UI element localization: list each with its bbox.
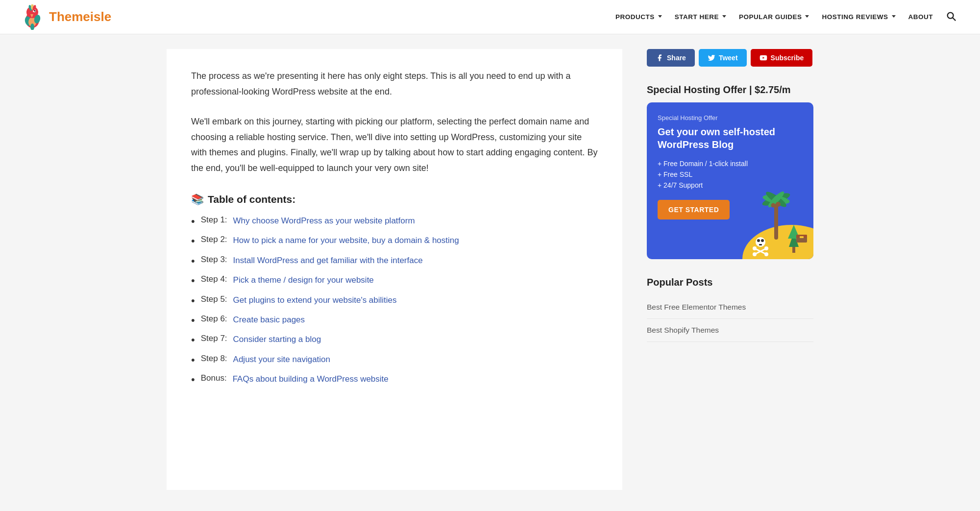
site-logo[interactable]: Themeisle (20, 4, 111, 30)
toc-item-6: Step 7: Consider starting a blog (191, 334, 598, 346)
toc-item-8: Bonus: FAQs about building a WordPress w… (191, 373, 598, 386)
hosting-reviews-chevron-icon (892, 15, 896, 18)
svg-line-13 (953, 18, 956, 21)
toc-item-3: Step 4: Pick a theme / design for your w… (191, 274, 598, 287)
twitter-icon (708, 54, 715, 62)
svg-rect-29 (759, 244, 762, 245)
search-icon (946, 11, 956, 22)
youtube-icon (760, 54, 767, 62)
svg-point-35 (764, 252, 768, 256)
nav-link-hosting-reviews[interactable]: HOSTING REVIEWS (817, 9, 900, 24)
facebook-share-button[interactable]: Share (647, 49, 695, 67)
products-chevron-icon (658, 15, 662, 18)
intro-paragraph-1: The process as we're presenting it here … (191, 69, 598, 99)
toc-item-2: Step 3: Install WordPress and get famili… (191, 255, 598, 268)
popular-posts-title: Popular Posts (647, 277, 813, 288)
logo-parrot-icon (20, 4, 45, 30)
toc-item-prefix: Step 3: (201, 255, 227, 265)
nav-item-about[interactable]: ABOUT (904, 9, 938, 24)
hosting-card-heading: Get your own self-hosted WordPress Blog (658, 125, 803, 151)
navbar: Themeisle PRODUCTS START HERE POPULAR GU… (0, 0, 980, 34)
nav-link-about[interactable]: ABOUT (904, 9, 938, 24)
toc-item-link-6[interactable]: Consider starting a blog (233, 334, 321, 345)
popular-post-item-1: Best Shopify Themes (647, 319, 813, 342)
toc-item-prefix: Step 5: (201, 294, 227, 304)
hosting-card-label: Special Hosting Offer (658, 114, 803, 122)
nav-link-popular-guides[interactable]: POPULAR GUIDES (734, 9, 814, 24)
popular-post-link-0[interactable]: Best Free Elementor Themes (647, 303, 746, 311)
svg-point-27 (757, 239, 760, 242)
toc-heading: 📚 Table of contents: (191, 194, 598, 205)
youtube-subscribe-button[interactable]: Subscribe (751, 49, 813, 67)
svg-point-33 (764, 246, 768, 250)
toc-list: Step 1: Why choose WordPress as your web… (191, 215, 598, 387)
toc-item-4: Step 5: Get plugins to extend your websi… (191, 294, 598, 307)
toc-item-prefix: Step 6: (201, 314, 227, 324)
svg-point-12 (948, 13, 954, 19)
nav-item-hosting-reviews[interactable]: HOSTING REVIEWS (817, 9, 900, 24)
popular-posts-list: Best Free Elementor ThemesBest Shopify T… (647, 296, 813, 342)
popular-guides-chevron-icon (805, 15, 809, 18)
toc-item-prefix: Step 7: (201, 334, 227, 343)
toc-item-1: Step 2: How to pick a name for your webs… (191, 235, 598, 247)
svg-rect-25 (792, 247, 795, 253)
search-button[interactable] (942, 7, 960, 27)
svg-point-32 (753, 246, 757, 250)
toc-item-prefix: Step 8: (201, 354, 227, 364)
toc-item-link-3[interactable]: Pick a theme / design for your website (233, 274, 374, 286)
toc-item-prefix: Bonus: (201, 373, 227, 383)
beach-illustration (720, 161, 813, 259)
svg-rect-38 (800, 236, 804, 238)
hosting-cta-button[interactable]: GET STARTED (658, 200, 730, 219)
toc-item-link-1[interactable]: How to pick a name for your website, buy… (233, 235, 459, 246)
toc-item-link-2[interactable]: Install WordPress and get familiar with … (233, 255, 423, 267)
toc-item-link-7[interactable]: Adjust your site navigation (233, 354, 330, 365)
page-wrapper: The process as we're presenting it here … (147, 34, 833, 505)
hosting-offer-title: Special Hosting Offer | $2.75/m (647, 84, 813, 96)
toc-item-prefix: Step 2: (201, 235, 227, 244)
hosting-offer-card: Special Hosting Offer Get your own self-… (647, 102, 813, 259)
share-buttons-group: Share Tweet Subscribe (647, 49, 813, 67)
nav-link-products[interactable]: PRODUCTS (611, 9, 667, 24)
sidebar: Share Tweet Subscribe Special Hosting Of… (647, 49, 813, 490)
twitter-share-button[interactable]: Tweet (699, 49, 747, 67)
toc-item-link-5[interactable]: Create basic pages (233, 314, 305, 326)
nav-item-start-here[interactable]: START HERE (670, 9, 731, 24)
svg-point-34 (753, 252, 757, 256)
toc-item-link-0[interactable]: Why choose WordPress as your website pla… (233, 215, 415, 227)
nav-menu: PRODUCTS START HERE POPULAR GUIDES HOSTI… (611, 9, 938, 24)
toc-item-prefix: Step 4: (201, 274, 227, 284)
start-here-chevron-icon (722, 15, 726, 18)
toc-item-7: Step 8: Adjust your site navigation (191, 354, 598, 366)
svg-point-28 (761, 239, 764, 242)
svg-point-22 (771, 203, 776, 208)
popular-post-link-1[interactable]: Best Shopify Themes (647, 326, 719, 334)
logo-text: Themeisle (49, 9, 111, 24)
toc-item-prefix: Step 1: (201, 215, 227, 225)
facebook-icon (656, 54, 663, 62)
nav-item-popular-guides[interactable]: POPULAR GUIDES (734, 9, 814, 24)
toc-item-0: Step 1: Why choose WordPress as your web… (191, 215, 598, 228)
nav-item-products[interactable]: PRODUCTS (611, 9, 667, 24)
toc-icon: 📚 (191, 194, 204, 205)
main-content: The process as we're presenting it here … (167, 49, 622, 490)
nav-link-start-here[interactable]: START HERE (670, 9, 731, 24)
toc-item-link-4[interactable]: Get plugins to extend your website's abi… (233, 294, 397, 306)
svg-point-21 (776, 202, 781, 207)
popular-post-item-0: Best Free Elementor Themes (647, 296, 813, 319)
toc-item-link-8[interactable]: FAQs about building a WordPress website (233, 373, 389, 385)
table-of-contents: 📚 Table of contents: Step 1: Why choose … (191, 194, 598, 387)
intro-paragraph-2: We'll embark on this journey, starting w… (191, 114, 598, 176)
toc-item-5: Step 6: Create basic pages (191, 314, 598, 327)
